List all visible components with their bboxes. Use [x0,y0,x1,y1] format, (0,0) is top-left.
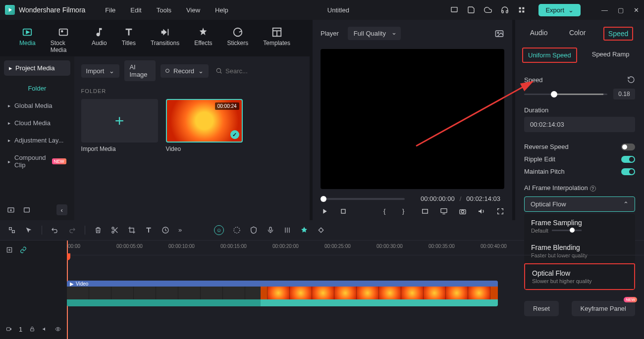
mixer-icon[interactable] [283,226,291,234]
menu-edit[interactable]: Edit [130,6,141,14]
pitch-toggle[interactable] [621,168,635,175]
stop-icon[interactable] [339,207,347,215]
stock-icon [58,27,69,38]
undo-icon[interactable] [51,226,59,234]
keyframe-icon[interactable] [317,226,325,234]
save-icon[interactable] [467,6,475,14]
track-add-icon[interactable] [6,246,13,253]
info-icon[interactable]: ? [590,186,596,192]
menu-tools[interactable]: Tools [157,6,171,14]
svg-point-26 [461,210,464,213]
fullscreen-icon[interactable] [496,207,504,215]
reverse-toggle[interactable] [621,144,635,150]
media-tile-video[interactable]: 00:00:24 ✓ Video [166,99,243,152]
display-icon[interactable] [440,207,448,215]
tab-audio-inspector[interactable]: Audio [526,27,552,41]
redo-icon[interactable] [68,226,76,234]
add-folder-icon[interactable] [7,206,15,214]
delete-icon[interactable] [94,226,102,234]
new-bin-icon[interactable] [23,206,31,214]
menu-view[interactable]: View [186,6,200,14]
marker-icon[interactable] [300,226,308,234]
ai-image-button[interactable]: AI Image [124,60,156,81]
track-mute-icon[interactable] [42,326,48,333]
sidebar-item-compound[interactable]: ▸Compound ClipNEW [0,149,74,174]
play-icon[interactable] [321,207,328,215]
duration-input[interactable]: 00:02:14:03 [524,117,635,132]
tab-color-inspector[interactable]: Color [565,27,590,41]
text-icon[interactable] [145,226,153,234]
interp-dropdown[interactable]: Optical Flow⌃ [524,196,635,212]
tab-transitions[interactable]: Transitions [143,24,187,56]
menu-file[interactable]: File [105,6,115,14]
media-content: Import⌄ AI Image Record⌄ ⋯ FOLDER + [74,56,310,220]
camera-icon[interactable] [459,207,467,215]
split-icon[interactable] [111,226,119,234]
speed-icon[interactable] [161,226,169,234]
shield-icon[interactable] [250,226,258,234]
sidebar-item-cloud[interactable]: ▸Cloud Media [0,114,74,132]
timeline-clip[interactable]: ▶Video [67,281,498,306]
crop-icon[interactable] [128,226,136,234]
smart-icon[interactable]: ☺ [214,225,224,235]
export-button[interactable]: Export⌄ [538,4,581,16]
tab-speed-inspector[interactable]: Speed [603,27,633,41]
interp-option-frame-sampling[interactable]: Frame Sampling Default [524,214,635,239]
menu-help[interactable]: Help [215,6,228,14]
selection-icon[interactable] [25,226,33,234]
tab-titles[interactable]: Titles [114,24,143,56]
ripple-toggle[interactable] [621,156,635,163]
tab-audio[interactable]: Audio [84,24,114,56]
record-button[interactable]: Record⌄ [161,64,209,78]
subtab-uniform-speed[interactable]: Uniform Speed [522,48,577,63]
track-lock-icon[interactable] [29,326,35,333]
search-box[interactable] [214,64,310,78]
tab-stock-media[interactable]: Stock Media [43,24,84,56]
tab-stickers[interactable]: Stickers [220,24,256,56]
more-tools-icon[interactable]: » [178,226,186,234]
maximize-button[interactable]: ▢ [618,6,624,14]
mark-out-icon[interactable]: } [402,207,410,215]
sidebar-folder-tab[interactable]: Folder [0,80,74,97]
speed-value[interactable]: 0.18 [613,89,635,99]
sidebar-item-adjustment[interactable]: ▸Adjustment Lay... [0,132,74,149]
sidebar-item-global[interactable]: ▸Global Media [0,97,74,114]
ratio-icon[interactable] [421,207,429,215]
import-media-tile[interactable]: + Import Media [81,99,158,152]
tab-media[interactable]: Media [12,24,43,56]
media-sidebar: ▸Project Media Folder ▸Global Media ▸Clo… [0,56,74,220]
snapshot-icon[interactable] [494,29,504,39]
preview-viewport[interactable] [321,49,504,189]
track-video-icon[interactable] [6,326,12,333]
headphones-icon[interactable] [501,6,509,14]
color-icon[interactable] [233,226,241,234]
timeline-tracks[interactable]: 00:00 00:00:05:00 00:00:10:00 00:00:15:0… [67,241,644,339]
preview-scrubber[interactable] [321,198,405,200]
track-visible-icon[interactable] [55,326,61,333]
tab-templates[interactable]: Templates [256,24,298,56]
reset-speed-icon[interactable] [627,76,635,84]
import-button[interactable]: Import⌄ [81,64,120,78]
search-input[interactable] [225,67,309,75]
timeline-ruler[interactable]: 00:00 00:00:05:00 00:00:10:00 00:00:15:0… [67,241,644,255]
mic-icon[interactable] [267,226,274,234]
sidebar-project-media[interactable]: ▸Project Media [4,60,70,76]
app-logo-icon [5,5,15,15]
speed-slider[interactable] [524,94,607,95]
zoom-slider[interactable] [552,230,582,231]
reverse-label: Reverse Speed [524,143,569,150]
pointer-icon[interactable] [8,226,16,234]
volume-icon[interactable] [478,207,485,215]
svg-line-18 [220,72,221,73]
close-button[interactable]: ✕ [634,6,639,14]
apps-icon[interactable] [518,6,526,14]
collapse-sidebar-button[interactable]: ‹ [56,204,67,215]
mark-in-icon[interactable]: { [383,207,391,215]
tab-effects[interactable]: Effects [187,24,219,56]
cloud-icon[interactable] [484,6,492,14]
layout-icon[interactable] [450,6,458,14]
subtab-speed-ramp[interactable]: Speed Ramp [587,48,635,63]
track-link-icon[interactable] [20,246,27,253]
minimize-button[interactable]: — [601,6,608,14]
quality-select[interactable]: Full Quality [348,27,401,40]
